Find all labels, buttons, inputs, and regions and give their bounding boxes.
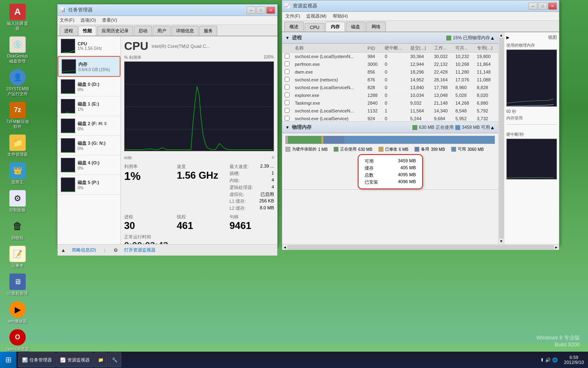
tm-menu-options[interactable]: 选项(O) bbox=[80, 17, 96, 23]
rm-maximize-button[interactable]: □ bbox=[538, 2, 547, 10]
col-name[interactable]: 名称 bbox=[292, 44, 365, 53]
desktop-icon-input[interactable]: A 输入法调 度器 bbox=[3, 2, 32, 33]
logical-label: 逻辑处理器: bbox=[229, 184, 253, 191]
rm-scroll-right[interactable]: ► bbox=[555, 245, 558, 249]
desktop-icon-wm-player[interactable]: ▶ wm播放器 bbox=[3, 300, 32, 325]
rm-menu-file[interactable]: 文件(F) bbox=[285, 13, 300, 19]
scroll-thumb[interactable] bbox=[499, 38, 503, 238]
process-checkbox[interactable] bbox=[285, 69, 290, 74]
tab-processes[interactable]: 进程 bbox=[60, 26, 78, 36]
physical-memory-header[interactable]: ▼ 物理内存 630 MB 正在使用 3459 MB 可用 ▲ bbox=[282, 122, 498, 133]
process-checkbox[interactable] bbox=[285, 61, 290, 66]
process-section-header[interactable]: ▼ 进程 15% 已用物理内存 ▲ bbox=[282, 32, 498, 44]
desktop-icon-control-panel[interactable]: ⚙ 控制面板 bbox=[3, 188, 32, 214]
resource-memory[interactable]: 内存 0.6/4.0 GB (15%) bbox=[58, 56, 120, 77]
resource-disk0[interactable]: 磁盘 0 (D:) 0% bbox=[58, 77, 120, 96]
tm-maximize-button[interactable]: □ bbox=[256, 7, 265, 14]
col-sharable[interactable]: 可共... bbox=[453, 44, 474, 53]
table-row[interactable]: svchost.exe (LocalServiceN... 828 0 13,8… bbox=[282, 84, 498, 92]
process-checkbox[interactable] bbox=[285, 85, 290, 90]
desktop-icon-7z[interactable]: 7z 7zFM解压缩软件 bbox=[3, 100, 32, 131]
brief-info-link[interactable]: 简略信息(D) bbox=[72, 247, 96, 253]
tab-performance[interactable]: 性能 bbox=[78, 26, 96, 36]
desktop-icon-computer-mgmt[interactable]: 🖥 计算机管理 bbox=[3, 272, 32, 298]
tooltip-installed-row: 已安装 4096 MB bbox=[365, 179, 416, 185]
view-expand-btn[interactable]: ▶ bbox=[506, 35, 510, 40]
resource-disk1[interactable]: 磁盘 1 (E:) 1% bbox=[58, 96, 120, 116]
handles-value: 9461 bbox=[229, 220, 274, 231]
process-sharable: 8,960 bbox=[453, 84, 474, 92]
sockets-value: 1 bbox=[272, 171, 274, 177]
process-checkbox[interactable] bbox=[285, 116, 290, 121]
desktop-icon-recycle[interactable]: 🗑 回收站 bbox=[3, 216, 32, 242]
scroll-down-btn[interactable]: ▼ bbox=[499, 239, 503, 243]
process-checkbox[interactable] bbox=[285, 100, 290, 105]
rm-tab-disk[interactable]: 磁盘 bbox=[346, 22, 365, 31]
process-checkbox[interactable] bbox=[285, 77, 290, 82]
taskbar-item-3[interactable]: 🔧 bbox=[108, 352, 121, 367]
col-hard-faults[interactable]: 硬中断... bbox=[382, 44, 408, 53]
resource-disk2[interactable]: 磁盘 2 (F: H: I: 0% bbox=[58, 116, 120, 136]
rm-main-scrollbar[interactable]: ▲ ▼ bbox=[498, 32, 504, 244]
rm-tab-cpu[interactable]: CPU bbox=[305, 23, 325, 31]
process-checkbox[interactable] bbox=[285, 54, 290, 58]
tab-startup[interactable]: 启动 bbox=[134, 26, 152, 36]
wm-player-label: wm播放器 bbox=[8, 319, 27, 324]
tooltip-cache-value: 405 MB bbox=[401, 165, 416, 171]
legend-free: 可用 3060 MB bbox=[451, 146, 484, 152]
col-private[interactable]: 专用(...) bbox=[474, 44, 498, 53]
rm-close-button[interactable]: ✕ bbox=[548, 2, 557, 10]
start-button[interactable]: ⊞ bbox=[0, 352, 16, 368]
table-row[interactable]: Taskmgr.exe 2840 0 9,032 21,148 14,268 6… bbox=[282, 99, 498, 107]
resource-disk4[interactable]: 磁盘 4 (O:) 0% bbox=[58, 155, 120, 175]
control-panel-label: 控制面板 bbox=[9, 208, 26, 213]
col-commit[interactable]: 提交(...) bbox=[408, 44, 431, 53]
cpu-subtitle: Intel(R) Core(TM)2 Quad C... bbox=[151, 44, 209, 49]
desktop-icon-diskgenius[interactable]: 💿 DiskGenius磁盘管理 bbox=[3, 35, 32, 65]
process-checkbox[interactable] bbox=[285, 92, 290, 97]
col-working[interactable]: 工作... bbox=[431, 44, 453, 53]
tm-close-button[interactable]: ✕ bbox=[266, 7, 275, 14]
rm-minimize-button[interactable]: ─ bbox=[528, 2, 537, 10]
table-row[interactable]: explorer.exe 1288 0 10,034 13,048 5,028 … bbox=[282, 92, 498, 99]
rm-tab-memory[interactable]: 内存 bbox=[325, 22, 345, 31]
table-row[interactable]: svchost.exe (LocalServiceN... 1132 1 11,… bbox=[282, 107, 498, 115]
table-row[interactable]: svchost.exe (LocalSystemN... 984 0 30,36… bbox=[282, 53, 498, 61]
rm-h-scroll-thumb[interactable] bbox=[287, 245, 554, 249]
rm-tab-overview[interactable]: 概述 bbox=[284, 22, 304, 31]
tab-details[interactable]: 详细信息 bbox=[172, 26, 198, 36]
taskbar-item-0[interactable]: 📊 任务管理器 bbox=[18, 352, 56, 367]
table-row[interactable]: dwm.exe 856 0 18,296 22,428 11,280 11,14… bbox=[282, 68, 498, 76]
rm-tab-network[interactable]: 网络 bbox=[366, 22, 386, 31]
tab-users[interactable]: 用户 bbox=[153, 26, 171, 36]
tab-services[interactable]: 服务 bbox=[199, 26, 217, 36]
process-sharable: 14,268 bbox=[453, 99, 474, 107]
resource-disk5[interactable]: 磁盘 5 (P:) 0% bbox=[58, 175, 120, 195]
tm-menu-file[interactable]: 文件(F) bbox=[60, 17, 74, 23]
tm-menu-view[interactable]: 查看(V) bbox=[102, 17, 117, 23]
resource-disk3[interactable]: 磁盘 3 (G: N:) 0% bbox=[58, 136, 120, 155]
process-checkbox[interactable] bbox=[285, 108, 290, 113]
desktop-icon-broadband[interactable]: 👑 宽带王 bbox=[3, 161, 32, 186]
desktop-icon-files[interactable]: 📁 文件管理器 bbox=[3, 133, 32, 159]
open-rm-link[interactable]: 打开资源监视器 bbox=[124, 247, 156, 253]
tm-minimize-button[interactable]: ─ bbox=[247, 7, 256, 14]
rm-scroll-left[interactable]: ◄ bbox=[283, 245, 287, 249]
desktop-icon-notepad[interactable]: 📝 记事本 bbox=[3, 244, 32, 270]
resource-cpu[interactable]: CPU 1% 1.56 GHz bbox=[58, 36, 120, 56]
desktop-icon-opera[interactable]: O opera浏览器 bbox=[3, 328, 32, 353]
table-row[interactable]: svchost.exe (LocalService) 924 0 5,244 9… bbox=[282, 115, 498, 122]
taskbar-item-2[interactable]: 📁 bbox=[94, 352, 107, 367]
process-working: 14,340 bbox=[431, 107, 453, 115]
desktop-icon-system[interactable]: 👤 1SYSTEM用户运行文件 bbox=[3, 67, 32, 98]
taskbar-item-1[interactable]: 📈 资源监视器 bbox=[56, 352, 94, 367]
table-row[interactable]: svchost.exe (netsvcs) 876 0 14,952 28,16… bbox=[282, 76, 498, 84]
tab-app-history[interactable]: 应用历史记录 bbox=[97, 26, 133, 36]
scroll-up-btn[interactable]: ▲ bbox=[499, 33, 503, 37]
col-pid[interactable]: PID bbox=[365, 44, 382, 53]
rm-menu-help[interactable]: 帮助(H) bbox=[333, 13, 348, 19]
rm-menu-monitor[interactable]: 监视器(M) bbox=[306, 13, 327, 19]
table-row[interactable]: perfmon.exe 3000 0 12,944 22,132 10,268 … bbox=[282, 61, 498, 68]
tooltip-total-value: 4095 MB bbox=[398, 172, 416, 178]
resource-monitor-icon: 📈 bbox=[284, 3, 291, 9]
